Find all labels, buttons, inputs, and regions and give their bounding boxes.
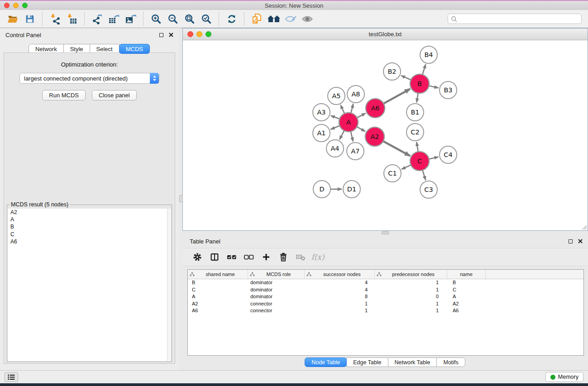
table-tab-edge-table[interactable]: Edge Table	[346, 357, 388, 367]
delete-table-button[interactable]	[292, 250, 309, 264]
criterion-dropdown[interactable]: largest connected component (directed)	[19, 73, 159, 84]
column-header-predecessor-nodes[interactable]: predecessor nodes	[375, 270, 447, 279]
node-D1[interactable]: D1	[343, 181, 360, 198]
task-history-button[interactable]	[5, 372, 18, 382]
home-layout-button[interactable]	[265, 11, 282, 27]
network-canvas[interactable]: B4B2BB3A5A8A6A3B1AA1C2A2A4A7C4CC1C3DD1	[183, 40, 588, 230]
hide-details-button[interactable]	[282, 11, 299, 27]
column-header-name[interactable]: name	[447, 270, 486, 279]
result-item[interactable]: C	[8, 231, 171, 238]
cell-name[interactable]: A	[447, 293, 486, 300]
edge-B-B4[interactable]	[422, 64, 425, 75]
save-session-button[interactable]	[21, 11, 38, 27]
edge-C-C1[interactable]	[402, 165, 411, 169]
float-table-panel-icon[interactable]	[569, 239, 573, 243]
resize-grip-icon[interactable]	[581, 224, 587, 230]
cell-mcds-role[interactable]: dominator	[248, 293, 305, 300]
node-table[interactable]: shared nameMCDS rolesuccessor nodesprede…	[187, 269, 584, 356]
cell-mcds-role[interactable]: connector	[248, 307, 305, 315]
edge-A-A4[interactable]	[339, 131, 344, 140]
node-A5[interactable]: A5	[328, 87, 345, 105]
node-A8[interactable]: A8	[347, 86, 364, 103]
edge-A-A2[interactable]	[357, 127, 365, 131]
cell-name[interactable]: A2	[447, 300, 486, 308]
cell-predecessor-nodes[interactable]: 1	[375, 300, 447, 308]
node-A3[interactable]: A3	[313, 104, 330, 121]
cell-shared-name[interactable]: C	[188, 286, 248, 294]
mcds-result-list[interactable]: A2ABCA6	[8, 209, 171, 361]
run-mcds-button[interactable]: Run MCDS	[42, 90, 86, 100]
table-tab-network-table[interactable]: Network Table	[388, 357, 437, 367]
node-A2[interactable]: A2	[365, 127, 384, 146]
vertical-splitter-handle[interactable]	[179, 195, 183, 202]
node-C1[interactable]: C1	[384, 165, 401, 182]
cell-name[interactable]: C	[447, 286, 486, 294]
table-row[interactable]: A2connector11A2	[188, 300, 583, 308]
node-B3[interactable]: B3	[440, 81, 457, 99]
table-settings-button[interactable]	[189, 250, 206, 264]
search-box[interactable]	[448, 14, 582, 24]
node-B1[interactable]: B1	[406, 104, 424, 121]
float-panel-icon[interactable]	[159, 33, 163, 37]
refresh-button[interactable]	[223, 11, 240, 27]
close-panel-icon[interactable]	[169, 33, 173, 37]
select-all-rows-button[interactable]	[223, 250, 240, 264]
table-row[interactable]: Cdominator41C	[188, 286, 583, 294]
cell-shared-name[interactable]: A2	[188, 300, 248, 308]
export-image-button[interactable]	[122, 11, 139, 27]
zoom-out-button[interactable]	[164, 11, 181, 27]
table-row[interactable]: Bdominator41B	[188, 279, 583, 286]
close-window-button[interactable]	[4, 3, 10, 8]
cell-mcds-role[interactable]: dominator	[248, 279, 305, 286]
import-network-button[interactable]	[47, 11, 63, 27]
node-A7[interactable]: A7	[347, 143, 364, 160]
node-B[interactable]: B	[410, 74, 429, 93]
zoom-in-button[interactable]	[148, 11, 164, 27]
result-item[interactable]: A	[8, 216, 171, 223]
node-C3[interactable]: C3	[420, 181, 437, 198]
cell-name[interactable]: A6	[447, 307, 486, 315]
table-tab-motifs[interactable]: Motifs	[436, 357, 465, 367]
edge-A-A7[interactable]	[351, 131, 353, 141]
edge-A-A8[interactable]	[351, 104, 353, 113]
edge-B-B2[interactable]	[401, 76, 411, 80]
column-header-mcds-role[interactable]: MCDS role	[248, 270, 305, 279]
close-network-window-button[interactable]	[187, 31, 193, 37]
cell-successor-nodes[interactable]: 4	[305, 286, 375, 294]
node-B4[interactable]: B4	[420, 46, 437, 63]
node-C2[interactable]: C2	[406, 124, 424, 141]
cell-predecessor-nodes[interactable]: 1	[375, 286, 447, 294]
cell-successor-nodes[interactable]: 8	[305, 293, 375, 300]
edge-B-B1[interactable]	[416, 93, 418, 103]
edge-C-C2[interactable]	[416, 142, 418, 152]
delete-columns-button[interactable]	[275, 250, 292, 264]
memory-button[interactable]: Memory	[545, 372, 583, 382]
edge-A-A3[interactable]	[331, 116, 340, 119]
cell-successor-nodes[interactable]: 1	[305, 307, 375, 315]
function-builder-button[interactable]: f(x)	[309, 250, 326, 264]
edge-C-C4[interactable]	[429, 157, 438, 159]
cell-shared-name[interactable]: B	[188, 279, 248, 286]
cell-successor-nodes[interactable]: 1	[305, 300, 375, 308]
cell-shared-name[interactable]: A	[188, 293, 248, 300]
column-header-successor-nodes[interactable]: successor nodes	[305, 270, 375, 279]
cell-predecessor-nodes[interactable]: 1	[375, 279, 447, 286]
show-details-button[interactable]	[299, 11, 316, 27]
tab-mcds[interactable]: MCDS	[119, 44, 150, 54]
edge-A-A1[interactable]	[330, 126, 339, 129]
zoom-selected-button[interactable]	[198, 11, 215, 27]
edge-A2-C[interactable]	[383, 141, 410, 156]
node-C[interactable]: C	[410, 152, 429, 171]
cell-name[interactable]: B	[447, 279, 486, 286]
zoom-window-button[interactable]	[22, 3, 28, 8]
import-table-button[interactable]	[63, 11, 80, 27]
export-table-button[interactable]	[105, 11, 122, 27]
deselect-all-rows-button[interactable]	[240, 250, 258, 264]
node-C4[interactable]: C4	[440, 146, 457, 163]
horizontal-splitter-handle[interactable]	[382, 231, 389, 234]
result-scrollbar[interactable]	[167, 209, 171, 361]
network-graph[interactable]: B4B2BB3A5A8A6A3B1AA1C2A2A4A7C4CC1C3DD1	[183, 40, 588, 230]
cell-mcds-role[interactable]: connector	[248, 300, 305, 308]
edge-A-A5[interactable]	[340, 105, 344, 114]
close-panel-button[interactable]: Close panel	[92, 90, 137, 100]
